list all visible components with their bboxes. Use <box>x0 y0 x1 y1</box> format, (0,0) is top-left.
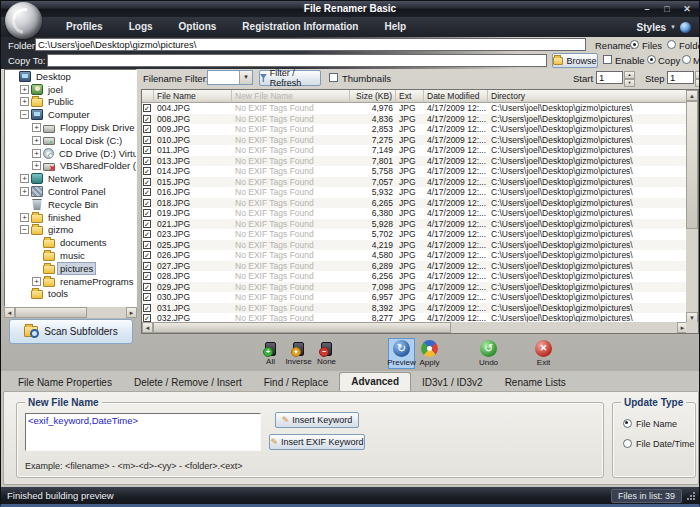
checked-checkbox-icon[interactable]: ✓ <box>143 272 151 280</box>
tab-id3v1-id3v2[interactable]: ID3v1 / ID3v2 <box>411 374 494 391</box>
table-row[interactable]: ✓016.JPGNo EXIF Tags Found5,932JPG4/17/2… <box>142 187 698 198</box>
resize-grip[interactable] <box>686 491 696 501</box>
action-button-undo[interactable]: Undo <box>475 338 502 369</box>
insert-exif-keyword-button[interactable]: ✎ Insert EXIF Keyword <box>269 434 365 450</box>
expand-plus-icon[interactable]: + <box>20 187 29 196</box>
tree-item-computer[interactable]: −Computer <box>5 108 136 121</box>
column-header-ext[interactable]: Ext <box>396 90 424 103</box>
copy-label[interactable]: Copy <box>658 55 680 66</box>
action-button-preview[interactable]: Preview <box>388 338 415 369</box>
table-row[interactable]: ✓031.JPGNo EXIF Tags Found8,392JPG4/17/2… <box>142 303 698 314</box>
column-header-size-kb[interactable]: Size (KB) <box>350 90 396 103</box>
chevron-down-icon[interactable]: ▼ <box>239 71 252 84</box>
menu-item-options[interactable]: Options <box>166 17 230 37</box>
column-header-new-file-name[interactable]: New File Name <box>232 90 350 103</box>
tab-advanced[interactable]: Advanced <box>339 372 411 391</box>
scrollbar-thumb[interactable] <box>686 101 698 229</box>
thumbnails-checkbox[interactable] <box>329 73 338 82</box>
action-button-all[interactable]: All <box>257 338 284 369</box>
column-header-file-name[interactable]: File Name <box>154 90 232 103</box>
checked-checkbox-icon[interactable]: ✓ <box>143 188 151 196</box>
expand-plus-icon[interactable]: + <box>20 174 29 183</box>
rename-files-radio[interactable] <box>630 40 639 49</box>
expand-plus-icon[interactable]: + <box>20 85 29 94</box>
checked-checkbox-icon[interactable]: ✓ <box>143 209 151 217</box>
step-spinner[interactable]: ▲▼ <box>695 71 700 86</box>
menu-item-registration-information[interactable]: Registration Information <box>229 17 371 37</box>
tab-delete-remove-insert[interactable]: Delete / Remove / Insert <box>123 374 253 391</box>
column-header-directory[interactable]: Directory <box>488 90 698 103</box>
checked-checkbox-icon[interactable]: ✓ <box>143 304 151 312</box>
table-vertical-scrollbar[interactable]: ▲ ▼ <box>686 90 698 323</box>
table-row[interactable]: ✓015.JPGNo EXIF Tags Found7,057JPG4/17/2… <box>142 177 698 188</box>
table-row[interactable]: ✓028.JPGNo EXIF Tags Found6,256JPG4/17/2… <box>142 271 698 282</box>
expand-plus-icon[interactable]: + <box>20 213 29 222</box>
enable-label[interactable]: Enable <box>615 55 645 66</box>
table-row[interactable]: ✓021.JPGNo EXIF Tags Found5,928JPG4/17/2… <box>142 219 698 230</box>
collapse-minus-icon[interactable]: − <box>20 110 29 119</box>
table-row[interactable]: ✓014.JPGNo EXIF Tags Found5,758JPG4/17/2… <box>142 166 698 177</box>
checked-checkbox-icon[interactable]: ✓ <box>143 178 151 186</box>
enable-checkbox[interactable] <box>603 55 612 64</box>
checked-checkbox-icon[interactable]: ✓ <box>143 115 151 123</box>
table-row[interactable]: ✓009.JPGNo EXIF Tags Found2,853JPG4/17/2… <box>142 124 698 135</box>
folder-path-input[interactable] <box>35 38 586 51</box>
maximize-button[interactable]: □ <box>661 2 673 16</box>
table-horizontal-scrollbar[interactable]: ◄ ► <box>142 322 688 333</box>
tree-item-network[interactable]: +Network <box>5 172 136 185</box>
column-header-checkbox[interactable] <box>142 90 154 103</box>
table-row[interactable]: ✓027.JPGNo EXIF Tags Found6,289JPG4/17/2… <box>142 261 698 272</box>
checked-checkbox-icon[interactable]: ✓ <box>143 241 151 249</box>
table-row[interactable]: ✓023.JPGNo EXIF Tags Found5,702JPG4/17/2… <box>142 229 698 240</box>
minimize-button[interactable]: – <box>641 2 653 16</box>
expand-plus-icon[interactable]: + <box>32 161 41 170</box>
table-row[interactable]: ✓026.JPGNo EXIF Tags Found4,580JPG4/17/2… <box>142 250 698 261</box>
checked-checkbox-icon[interactable]: ✓ <box>143 251 151 259</box>
new-file-name-input[interactable]: <exif_keyword,DateTime> <box>25 413 261 451</box>
browse-button[interactable]: Browse <box>552 53 598 68</box>
tree-item-gizmo[interactable]: −gizmo <box>5 224 136 237</box>
tree-horizontal-scrollbar[interactable]: ◄ ► <box>4 307 137 318</box>
tree-item-cd-drive-d-virtualbox-guest[interactable]: +CD Drive (D:) VirtualBox Guest <box>5 147 136 160</box>
table-row[interactable]: ✓008.JPGNo EXIF Tags Found4,836JPG4/17/2… <box>142 114 698 125</box>
menu-item-help[interactable]: Help <box>371 17 419 37</box>
menu-item-profiles[interactable]: Profiles <box>53 17 116 37</box>
tree-item-tools[interactable]: tools <box>5 288 136 301</box>
expand-plus-icon[interactable]: + <box>32 123 41 132</box>
expand-plus-icon[interactable]: + <box>32 277 41 286</box>
checked-checkbox-icon[interactable]: ✓ <box>143 283 151 291</box>
table-row[interactable]: ✓025.JPGNo EXIF Tags Found4,219JPG4/17/2… <box>142 240 698 251</box>
copy-radio[interactable] <box>647 55 656 64</box>
tree-item-recycle-bin[interactable]: Recycle Bin <box>5 198 136 211</box>
table-row[interactable]: ✓013.JPGNo EXIF Tags Found7,801JPG4/17/2… <box>142 156 698 167</box>
rename-folders-radio[interactable] <box>667 40 676 49</box>
tree-item-desktop[interactable]: Desktop <box>5 70 136 83</box>
checked-checkbox-icon[interactable]: ✓ <box>143 262 151 270</box>
action-button-none[interactable]: None <box>313 338 340 369</box>
filter-refresh-button[interactable]: Filter / Refresh <box>259 70 321 86</box>
tree-item-finished[interactable]: +finished <box>5 211 136 224</box>
file-datetime-radio-label[interactable]: File Date/Time <box>636 439 694 449</box>
start-input[interactable] <box>596 71 623 84</box>
styles-menu[interactable]: Styles <box>637 22 666 33</box>
tree-item-vbsharedfolder-vboxsvr-2[interactable]: +VBSharedFolder (\\vboxsvr) (2 <box>5 160 136 173</box>
filename-filter-combo[interactable]: ▼ <box>207 70 253 85</box>
checked-checkbox-icon[interactable]: ✓ <box>143 230 151 238</box>
tab-file-name-properties[interactable]: File Name Properties <box>7 374 123 391</box>
tree-item-public[interactable]: +Public <box>5 96 136 109</box>
table-row[interactable]: ✓011.JPGNo EXIF Tags Found7,149JPG4/17/2… <box>142 145 698 156</box>
action-button-apply[interactable]: Apply <box>416 338 443 369</box>
tab-find-replace[interactable]: Find / Replace <box>253 374 339 391</box>
thumbnails-label[interactable]: Thumbnails <box>342 73 391 84</box>
scan-subfolders-button[interactable]: Scan Subfolders <box>9 319 133 344</box>
move-radio[interactable] <box>682 55 691 64</box>
checked-checkbox-icon[interactable]: ✓ <box>143 293 151 301</box>
menu-item-logs[interactable]: Logs <box>116 17 166 37</box>
expand-plus-icon[interactable]: + <box>32 136 41 145</box>
expand-plus-icon[interactable]: + <box>32 149 41 158</box>
insert-keyword-button[interactable]: ✎ Insert Keyword <box>275 412 359 428</box>
checked-checkbox-icon[interactable]: ✓ <box>143 104 151 112</box>
tree-item-control-panel[interactable]: +Control Panel <box>5 185 136 198</box>
rename-files-label[interactable]: Files <box>642 40 662 51</box>
move-label[interactable]: Move <box>693 55 700 66</box>
